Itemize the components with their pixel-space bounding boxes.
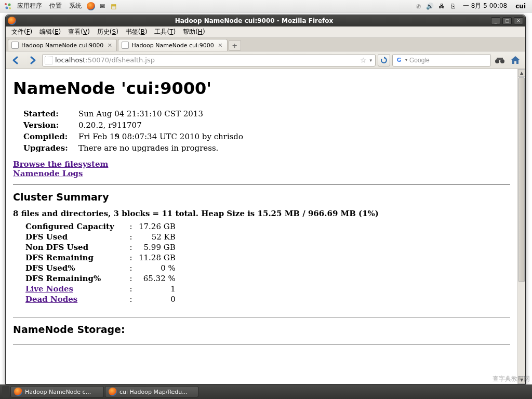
apps-menu[interactable]: 应用程序 — [14, 2, 46, 10]
site-identity-icon[interactable] — [45, 56, 53, 64]
help-menu[interactable]: 帮助(H) — [179, 28, 208, 36]
minimize-button[interactable]: _ — [491, 17, 500, 24]
svg-rect-6 — [497, 58, 503, 60]
gnome-icon[interactable] — [4, 2, 12, 10]
new-tab-button[interactable]: + — [229, 40, 241, 51]
system-menu[interactable]: 系统 — [65, 2, 85, 10]
history-menu[interactable]: 历史(S) — [94, 28, 122, 36]
scroll-up-icon[interactable]: ▲ — [518, 69, 525, 77]
volume-icon[interactable]: 🔊 — [426, 2, 434, 10]
live-nodes-link[interactable]: Live Nodes — [25, 284, 73, 294]
tab-label: Hadoop NameNode cui:9000 — [21, 42, 103, 49]
user-menu[interactable]: cui — [511, 3, 530, 10]
page-icon — [122, 42, 129, 49]
network-icon[interactable]: 🖧 — [437, 2, 446, 10]
window-title: Hadoop NameNode cui:9000 - Mozilla Firef… — [18, 17, 490, 24]
tab-label: Hadoop NameNode cui:9000 — [131, 42, 214, 49]
maximize-button[interactable]: ▢ — [502, 17, 512, 24]
browser-menubar: 文件(F) 编辑(E) 查看(V) 历史(S) 书签(B) 工具(T) 帮助(H… — [6, 26, 525, 38]
firefox-window: Hadoop NameNode cui:9000 - Mozilla Firef… — [5, 15, 526, 384]
tray-icon-2[interactable]: ⎘ — [449, 2, 457, 10]
binoculars-icon[interactable] — [493, 54, 507, 66]
tray-icon-1[interactable]: ⎚ — [415, 2, 423, 10]
firefox-icon — [109, 388, 117, 396]
svg-point-3 — [9, 7, 11, 9]
svg-point-2 — [6, 6, 8, 9]
svg-point-1 — [8, 3, 11, 6]
view-menu[interactable]: 查看(V) — [64, 28, 94, 36]
search-dropdown-icon[interactable]: ▾ — [405, 58, 407, 62]
url-text: localhost:50070/dfshealth.jsp — [55, 56, 358, 64]
google-icon[interactable]: G — [395, 56, 403, 64]
tab-close-icon[interactable]: ✕ — [217, 42, 224, 49]
info-table: Started:Sun Aug 04 21:31:10 CST 2013 Ver… — [13, 108, 249, 154]
tab-2[interactable]: Hadoop NameNode cui:9000 ✕ — [118, 39, 227, 51]
mail-launcher-icon[interactable]: ✉ — [98, 2, 107, 10]
system-menubar: 应用程序 位置 系统 ✉ ▤ ⎚ 🔊 🖧 ⎘ 一 8月 5 00:08 cui — [0, 0, 532, 12]
scroll-down-icon[interactable]: ▼ — [518, 376, 525, 384]
back-button[interactable] — [9, 53, 23, 68]
firefox-icon — [8, 17, 16, 25]
namenode-logs-link[interactable]: Namenode Logs — [13, 169, 83, 178]
tab-strip: Hadoop NameNode cui:9000 ✕ Hadoop NameNo… — [6, 38, 525, 51]
edit-menu[interactable]: 编辑(E) — [36, 28, 64, 36]
page-content: NameNode 'cui:9000' Started:Sun Aug 04 2… — [6, 69, 517, 384]
url-dropdown-icon[interactable]: ▾ — [368, 58, 373, 63]
browse-filesystem-link[interactable]: Browse the filesystem — [13, 159, 108, 169]
url-bar[interactable]: localhost:50070/dfshealth.jsp ☆ ▾ — [42, 54, 376, 66]
close-button[interactable]: ✕ — [514, 17, 523, 24]
vertical-scrollbar[interactable]: ▲ ▼ — [517, 69, 525, 384]
notes-launcher-icon[interactable]: ▤ — [110, 2, 118, 10]
file-menu[interactable]: 文件(F) — [8, 28, 36, 36]
summary-line: 8 files and directories, 3 blocks = 11 t… — [13, 209, 510, 218]
forward-button[interactable] — [25, 53, 40, 68]
tools-menu[interactable]: 工具(T) — [151, 28, 179, 36]
scroll-thumb[interactable] — [518, 77, 525, 282]
firefox-icon — [14, 388, 22, 396]
bookmarks-menu[interactable]: 书签(B) — [122, 28, 151, 36]
clock[interactable]: 一 8月 5 00:08 — [459, 2, 511, 10]
cluster-summary-heading: Cluster Summary — [13, 191, 510, 203]
window-titlebar[interactable]: Hadoop NameNode cui:9000 - Mozilla Firef… — [6, 15, 525, 26]
svg-point-0 — [5, 3, 7, 5]
home-button[interactable] — [509, 54, 522, 66]
bookmark-star-icon[interactable]: ☆ — [360, 56, 367, 64]
firefox-launcher-icon[interactable] — [87, 2, 95, 10]
task-label: Hadoop NameNode c... — [25, 389, 91, 395]
taskbar-item-1[interactable]: Hadoop NameNode c... — [10, 386, 104, 397]
taskbar-item-2[interactable]: cui Hadoop Map/Redu... — [105, 386, 198, 397]
namenode-storage-heading: NameNode Storage: — [13, 324, 510, 335]
cluster-summary-table: Configured Capacity:17.26 GB DFS Used:52… — [22, 221, 179, 304]
reload-button[interactable] — [378, 54, 390, 66]
search-box[interactable]: G ▾ — [392, 54, 491, 66]
tab-close-icon[interactable]: ✕ — [106, 42, 113, 49]
search-input[interactable] — [409, 57, 488, 64]
bottom-panel: Hadoop NameNode c... cui Hadoop Map/Redu… — [0, 384, 532, 399]
dead-nodes-link[interactable]: Dead Nodes — [25, 295, 77, 304]
show-desktop-button[interactable] — [2, 386, 9, 397]
places-menu[interactable]: 位置 — [46, 2, 65, 10]
page-icon — [11, 42, 19, 49]
tab-1[interactable]: Hadoop NameNode cui:9000 ✕ — [8, 39, 117, 51]
task-label: cui Hadoop Map/Redu... — [119, 389, 188, 395]
nav-toolbar: localhost:50070/dfshealth.jsp ☆ ▾ G ▾ — [6, 51, 525, 69]
page-title: NameNode 'cui:9000' — [13, 78, 510, 98]
